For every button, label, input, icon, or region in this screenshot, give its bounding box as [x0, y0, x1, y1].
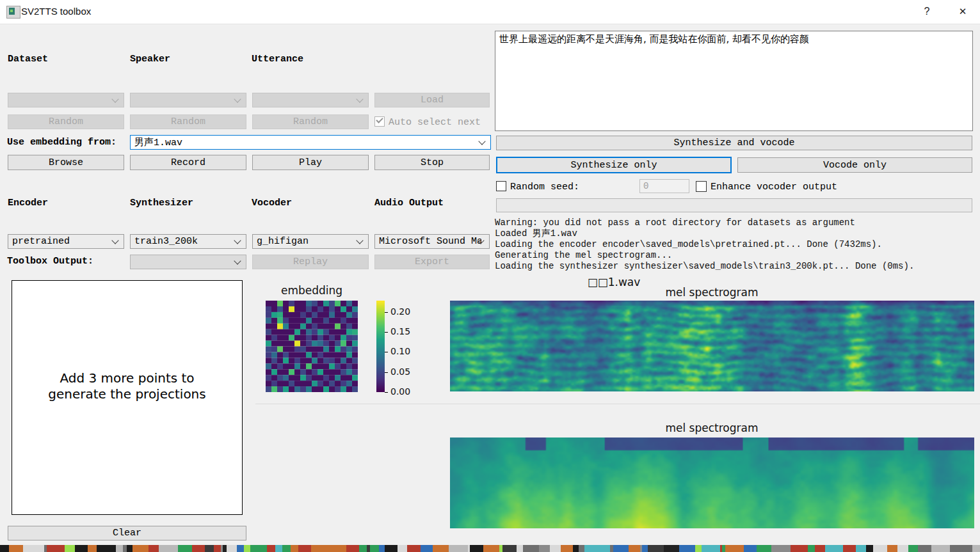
embedding-plot-title: embedding [267, 284, 357, 297]
clear-button[interactable]: Clear [8, 526, 246, 540]
use-embedding-label: Use embedding from: [7, 137, 116, 148]
embedding-colorbar [376, 301, 385, 392]
auto-select-checkbox[interactable] [374, 116, 385, 127]
random-seed-label: Random seed: [510, 182, 579, 193]
mel-spectrogram-title-2: mel spectrogram [648, 422, 776, 434]
utterance-label: Utterance [252, 54, 303, 65]
mel-spectrogram-1 [450, 301, 974, 391]
play-button[interactable]: Play [252, 155, 369, 170]
synthesizer-label: Synthesizer [130, 198, 193, 209]
toolbox-output-label: Toolbox Output: [7, 256, 93, 267]
vocoder-label: Vocoder [252, 198, 292, 209]
close-button[interactable]: ✕ [954, 4, 972, 19]
app-icon [6, 6, 20, 19]
chevron-down-icon [478, 138, 485, 145]
embedding-source-select[interactable]: 男声1.wav [130, 135, 491, 150]
vocoder-select[interactable]: g_hifigan [252, 234, 369, 249]
audio-output-label: Audio Output [374, 198, 444, 209]
text-to-synthesize-input[interactable]: 世界上最遥远的距离不是天涯海角, 而是我站在你面前, 却看不见你的容颜 [495, 31, 973, 131]
chevron-down-icon [234, 237, 241, 244]
chevron-down-icon [111, 237, 118, 244]
utterance-select[interactable] [252, 93, 369, 107]
synthesize-only-button[interactable]: Synthesize only [496, 157, 732, 173]
replay-button[interactable]: Replay [252, 255, 369, 269]
encoder-label: Encoder [8, 198, 48, 209]
synthesizer-select[interactable]: train3_200k [130, 234, 246, 249]
enhance-vocoder-checkbox[interactable] [696, 181, 707, 192]
dataset-select[interactable] [8, 93, 124, 107]
auto-select-label: Auto select next [389, 117, 481, 128]
projections-message: Add 3 more points to generate the projec… [35, 370, 220, 402]
encoder-select[interactable]: pretrained [8, 234, 124, 249]
load-button[interactable]: Load [374, 93, 490, 107]
vocode-only-button[interactable]: Vocode only [737, 157, 972, 173]
record-button[interactable]: Record [130, 155, 246, 170]
title-bar: SV2TTS toolbox ? ✕ [0, 0, 980, 24]
enhance-vocoder-label: Enhance vocoder output [711, 182, 837, 193]
speaker-select[interactable] [130, 93, 246, 107]
embedding-heatmap [266, 301, 358, 392]
toolbox-output-select[interactable] [130, 255, 246, 269]
app-window: SV2TTS toolbox ? ✕ Dataset Speaker Utter… [0, 0, 980, 552]
dataset-label: Dataset [8, 54, 48, 65]
help-button[interactable]: ? [918, 4, 936, 19]
chevron-down-icon [356, 237, 363, 244]
random-seed-checkbox[interactable] [496, 181, 506, 191]
log-output: Warning: you did not pass a root directo… [495, 217, 976, 272]
random-utterance-button[interactable]: Random [252, 114, 369, 129]
export-button[interactable]: Export [374, 255, 490, 269]
window-title: SV2TTS toolbox [21, 6, 91, 17]
random-dataset-button[interactable]: Random [8, 114, 124, 129]
random-speaker-button[interactable]: Random [130, 114, 246, 129]
synthesize-and-vocode-button[interactable]: Synthesize and vocode [496, 136, 972, 150]
projections-panel: Add 3 more points to generate the projec… [12, 280, 243, 515]
progress-bar [496, 198, 972, 212]
seed-input[interactable] [639, 179, 689, 193]
chevron-down-icon [356, 95, 363, 102]
mel-spectrogram-title-1: mel spectrogram [648, 286, 776, 299]
plot-row-divider [255, 404, 980, 404]
chevron-down-icon [234, 95, 241, 102]
chevron-down-icon [111, 95, 118, 102]
browse-button[interactable]: Browse [8, 155, 124, 170]
speaker-label: Speaker [130, 54, 170, 65]
stop-button[interactable]: Stop [374, 155, 490, 170]
audio-output-select[interactable]: Microsoft Sound Mapp [374, 234, 490, 249]
chevron-down-icon [234, 257, 241, 264]
taskbar-strip [0, 545, 980, 552]
mel-spectrogram-2 [450, 438, 974, 528]
